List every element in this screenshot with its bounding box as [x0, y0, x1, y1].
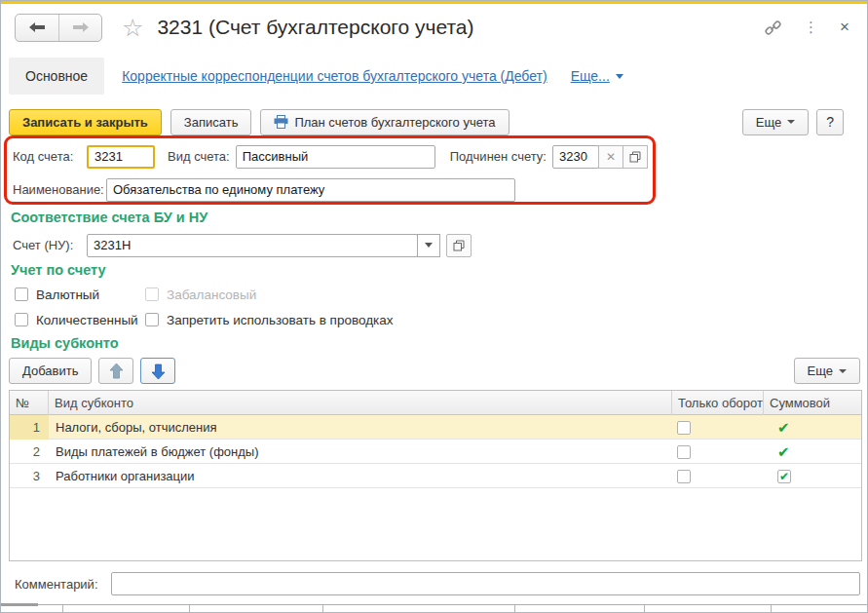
print-chart-label: План счетов бухгалтерского учета [294, 115, 495, 130]
favorite-star-icon[interactable]: ☆ [122, 16, 143, 40]
table-row[interactable]: 3 Работники организации ✔ [10, 464, 861, 488]
subconto-more-button[interactable]: Еще [794, 358, 860, 384]
close-icon[interactable]: × [840, 18, 849, 37]
arrow-right-icon [72, 21, 89, 33]
col-header-turnover: Только обороты [672, 391, 764, 415]
turnover-only-cell[interactable] [672, 445, 764, 459]
checkbox-icon [677, 445, 691, 459]
parent-open-button[interactable] [623, 145, 648, 169]
nu-dropdown-button[interactable] [417, 234, 440, 257]
clear-x-icon: ✕ [606, 150, 616, 164]
move-up-button[interactable] [98, 358, 133, 384]
background-divider [514, 605, 515, 613]
check-icon: ✔ [779, 471, 789, 482]
comment-row: Комментарий: [15, 572, 860, 595]
code-input[interactable] [87, 145, 155, 169]
check-icon: ✔ [777, 419, 790, 436]
account-form-window: ☆ 3231 (Счет бухгалтерского учета) ⋮ × О… [0, 0, 868, 613]
more-actions-label: Еще [756, 115, 781, 130]
chevron-down-icon [787, 120, 795, 124]
save-button[interactable]: Записать [170, 109, 252, 135]
help-button[interactable]: ? [816, 109, 844, 135]
kind-label: Вид счета: [168, 149, 230, 164]
arrow-up-icon [110, 364, 123, 379]
checkbox-currency[interactable]: Валютный [15, 286, 99, 303]
turnover-only-cell[interactable] [672, 470, 764, 483]
nu-label: Счет (НУ): [13, 238, 87, 252]
section-subconto-header: Виды субконто [11, 335, 119, 351]
checkbox-label: Валютный [36, 287, 99, 302]
history-nav-group [15, 14, 102, 42]
tab-main[interactable]: Основное [9, 57, 104, 95]
table-header-row: № Вид субконто Только обороты Суммовой [10, 391, 861, 415]
sum-flag-cell: ✔ [764, 420, 861, 436]
name-label: Наименование: [13, 182, 106, 197]
kind-input[interactable] [236, 145, 435, 169]
background-divider [189, 605, 190, 613]
col-header-sum: Суммовой [764, 391, 861, 415]
save-and-close-button[interactable]: Записать и закрыть [9, 109, 162, 135]
comment-input[interactable] [111, 572, 861, 595]
add-button[interactable]: Добавить [9, 358, 92, 384]
turnover-only-cell[interactable] [672, 421, 764, 435]
background-divider [644, 605, 645, 613]
print-chart-button[interactable]: План счетов бухгалтерского учета [260, 109, 509, 135]
nu-input[interactable] [87, 234, 418, 257]
checkbox-checked-icon: ✔ [777, 470, 791, 483]
titlebar: ☆ 3231 (Счет бухгалтерского учета) ⋮ × [15, 11, 855, 44]
checkbox-label: Запретить использовать в проводках [167, 313, 394, 327]
tab-link-correspondence[interactable]: Корректные корреспонденции счетов бухгал… [122, 68, 547, 84]
chevron-down-icon [616, 74, 623, 79]
background-divider [771, 605, 772, 613]
row-number: 1 [10, 415, 49, 440]
section-correspondence-header: Соответствие счета БУ и НУ [11, 210, 208, 225]
parent-clear-button[interactable]: ✕ [598, 145, 623, 169]
field-row-nu: Счет (НУ): [13, 233, 472, 257]
subconto-name: Виды платежей в бюджет (фонды) [49, 444, 672, 459]
subconto-name: Налоги, сборы, отчисления [49, 420, 672, 435]
checkbox-icon [677, 470, 691, 483]
background-window-edge [1, 604, 867, 613]
row-number: 3 [10, 464, 49, 488]
checkbox-icon [15, 287, 28, 301]
arrow-down-icon [152, 364, 165, 379]
col-header-num: № [10, 391, 49, 415]
table-row[interactable]: 1 Налоги, сборы, отчисления ✔ [10, 415, 861, 440]
name-input[interactable] [106, 178, 515, 202]
checkbox-forbid-postings[interactable]: Запретить использовать в проводках [145, 311, 394, 328]
background-divider [1, 603, 38, 606]
tab-bar: Основное Корректные корреспонденции счет… [9, 57, 859, 95]
tab-more[interactable]: Еще... [571, 68, 623, 84]
get-link-icon[interactable] [764, 19, 782, 37]
parent-input[interactable] [552, 145, 599, 169]
checkbox-quantitative[interactable]: Количественный [15, 311, 138, 328]
field-row-code: Код счета: Вид счета: Подчинен счету: ✕ [13, 144, 648, 169]
forward-button[interactable] [58, 15, 101, 41]
section-accounting-header: Учет по счету [11, 262, 106, 278]
open-squares-icon [629, 151, 641, 163]
tab-more-label: Еще... [571, 68, 610, 84]
subconto-table: № Вид субконто Только обороты Суммовой 1… [9, 390, 862, 561]
check-icon: ✔ [777, 443, 790, 460]
sum-checkbox-cell[interactable]: ✔ [764, 470, 861, 483]
move-down-button[interactable] [140, 358, 175, 384]
arrow-left-icon [29, 21, 46, 33]
back-button[interactable] [16, 15, 58, 41]
field-row-name: Наименование: [13, 177, 515, 202]
subconto-name: Работники организации [49, 469, 672, 483]
printer-icon [274, 115, 288, 129]
chevron-down-icon [425, 243, 433, 248]
checkbox-icon [677, 421, 691, 435]
command-bar-right: Еще ? [742, 109, 844, 135]
checkbox-icon [15, 313, 28, 326]
page-title: 3231 (Счет бухгалтерского учета) [157, 16, 473, 39]
checkbox-offbalance: Забалансовый [145, 286, 256, 303]
nu-open-button[interactable] [446, 234, 472, 257]
table-row[interactable]: 2 Виды платежей в бюджет (фонды) ✔ [10, 440, 861, 464]
subconto-toolbar: Добавить Еще [9, 358, 860, 384]
more-menu-icon[interactable]: ⋮ [804, 19, 818, 36]
more-actions-button[interactable]: Еще [742, 109, 809, 135]
parent-label: Подчинен счету: [450, 149, 547, 164]
background-divider [322, 605, 323, 613]
comment-label: Комментарий: [15, 577, 98, 592]
